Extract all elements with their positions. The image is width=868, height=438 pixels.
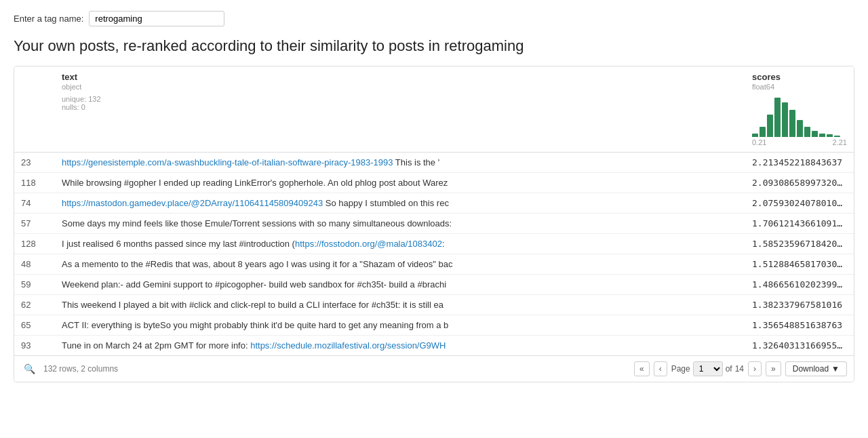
row-score: 1.5128846581703013 (745, 254, 854, 275)
table-row: 65ACT II: everything is byteSo you might… (14, 315, 854, 336)
row-link[interactable]: https://mastodon.gamedev.place/@2DArray/… (62, 198, 323, 208)
row-index: 93 (14, 336, 55, 356)
last-page-button[interactable]: » (766, 361, 781, 376)
row-index: 62 (14, 295, 55, 315)
row-text: Some days my mind feels like those Emule… (55, 214, 745, 234)
footer-right: « ‹ Page 1 2345 6789 10111213 14 of 14 ›… (634, 361, 847, 376)
download-label: Download (793, 364, 829, 374)
col-scores-type: float64 (752, 83, 847, 91)
col-header-scores: scores float64 0.21 2.21 (745, 66, 854, 153)
row-index: 74 (14, 193, 55, 214)
search-button[interactable]: 🔍 (21, 362, 38, 376)
table-row: 59Weekend plan:- add Gemini support to #… (14, 275, 854, 295)
footer-left: 🔍 132 rows, 2 columns (21, 362, 118, 376)
histogram-bar (819, 134, 825, 137)
of-label: of (726, 364, 732, 374)
download-button[interactable]: Download ▼ (785, 361, 847, 376)
col-text-unique: unique: 132 nulls: 0 (62, 95, 738, 111)
row-index: 118 (14, 173, 55, 193)
row-score: 1.7061214366109156 (745, 214, 854, 234)
histogram-bar (782, 102, 788, 137)
row-score: 2.213452218843637 (745, 153, 854, 173)
table-row: 57Some days my mind feels like those Emu… (14, 214, 854, 234)
tag-input[interactable] (89, 11, 224, 26)
table-row: 23https://genesistemple.com/a-swashbuckl… (14, 153, 854, 173)
table-row: 62This weekend I played a bit with #clic… (14, 295, 854, 315)
row-score: 1.356548851638763 (745, 315, 854, 336)
table-row: 74https://mastodon.gamedev.place/@2DArra… (14, 193, 854, 214)
row-index: 23 (14, 153, 55, 173)
row-link[interactable]: https://schedule.mozillafestival.org/ses… (250, 340, 446, 351)
histogram-labels: 0.21 2.21 (752, 138, 847, 146)
histogram-bar (812, 131, 818, 137)
col-scores-name: scores (752, 72, 847, 82)
row-link[interactable]: https://fosstodon.org/@mala/1083402 (295, 239, 442, 249)
table-row: 128I just realised 6 months passed since… (14, 234, 854, 254)
table-body: 23https://genesistemple.com/a-swashbuckl… (14, 153, 854, 356)
col-text-type: object (62, 83, 738, 91)
download-chevron-icon: ▼ (831, 364, 840, 374)
row-index: 59 (14, 275, 55, 295)
row-text: https://mastodon.gamedev.place/@2DArray/… (55, 193, 745, 214)
page-select[interactable]: 1 2345 6789 10111213 14 (693, 361, 723, 376)
row-text: While browsing #gopher I ended up readin… (55, 173, 745, 193)
histogram-bars (752, 96, 847, 137)
page-total: 14 (735, 364, 744, 374)
histogram-bar (827, 134, 833, 137)
row-index: 57 (14, 214, 55, 234)
table-row: 48As a memento to the #Redis that was, a… (14, 254, 854, 275)
table-row: 118While browsing #gopher I ended up rea… (14, 173, 854, 193)
row-score: 1.4866561020239923 (745, 275, 854, 295)
row-score: 1.382337967581016 (745, 295, 854, 315)
row-score: 2.0930865899732045 (745, 173, 854, 193)
row-count: 132 rows, 2 columns (43, 364, 118, 374)
row-text: As a memento to the #Redis that was, abo… (55, 254, 745, 275)
table-row: 93Tune in on March 24 at 2pm GMT for mor… (14, 336, 854, 356)
histogram-bar (760, 127, 766, 137)
histogram-bar (804, 127, 810, 137)
row-index: 128 (14, 234, 55, 254)
next-page-button[interactable]: › (748, 361, 762, 376)
histogram-bar (797, 120, 803, 137)
data-table: text object unique: 132 nulls: 0 scores … (14, 66, 854, 355)
row-score: 2.0759302407801052 (745, 193, 854, 214)
page-select-area: Page 1 2345 6789 10111213 14 of 14 (671, 361, 744, 376)
row-index: 48 (14, 254, 55, 275)
row-link[interactable]: https://genesistemple.com/a-swashbucklin… (62, 157, 393, 167)
histogram-bar (834, 136, 840, 137)
row-text: https://genesistemple.com/a-swashbucklin… (55, 153, 745, 173)
row-text: Tune in on March 24 at 2pm GMT for more … (55, 336, 745, 356)
histogram-bar (789, 110, 795, 137)
row-score: 1.5852359671842018 (745, 234, 854, 254)
col-text-name: text (62, 72, 738, 82)
hist-max: 2.21 (833, 138, 847, 146)
data-table-wrapper: text object unique: 132 nulls: 0 scores … (14, 66, 854, 382)
histogram-area: 0.21 2.21 (752, 96, 847, 146)
prev-page-button[interactable]: ‹ (654, 361, 667, 376)
row-index: 65 (14, 315, 55, 336)
col-header-index (14, 66, 55, 153)
col-header-text: text object unique: 132 nulls: 0 (55, 66, 745, 153)
row-text: I just realised 6 months passed since my… (55, 234, 745, 254)
first-page-button[interactable]: « (634, 361, 650, 376)
row-text: ACT II: everything is byteSo you might p… (55, 315, 745, 336)
page-label: Page (671, 364, 690, 374)
histogram-bar (767, 115, 773, 137)
row-text: This weekend I played a bit with #click … (55, 295, 745, 315)
row-score: 1.3264031316695593 (745, 336, 854, 356)
histogram-bar (774, 98, 781, 137)
table-footer: 🔍 132 rows, 2 columns « ‹ Page 1 2345 67… (14, 355, 854, 382)
row-text: Weekend plan:- add Gemini support to #pi… (55, 275, 745, 295)
histogram-bar (752, 134, 758, 137)
tag-input-row: Enter a tag name: (14, 11, 854, 26)
tag-label: Enter a tag name: (14, 14, 83, 24)
hist-min: 0.21 (752, 138, 766, 146)
page-heading: Your own posts, re-ranked according to t… (14, 37, 854, 55)
